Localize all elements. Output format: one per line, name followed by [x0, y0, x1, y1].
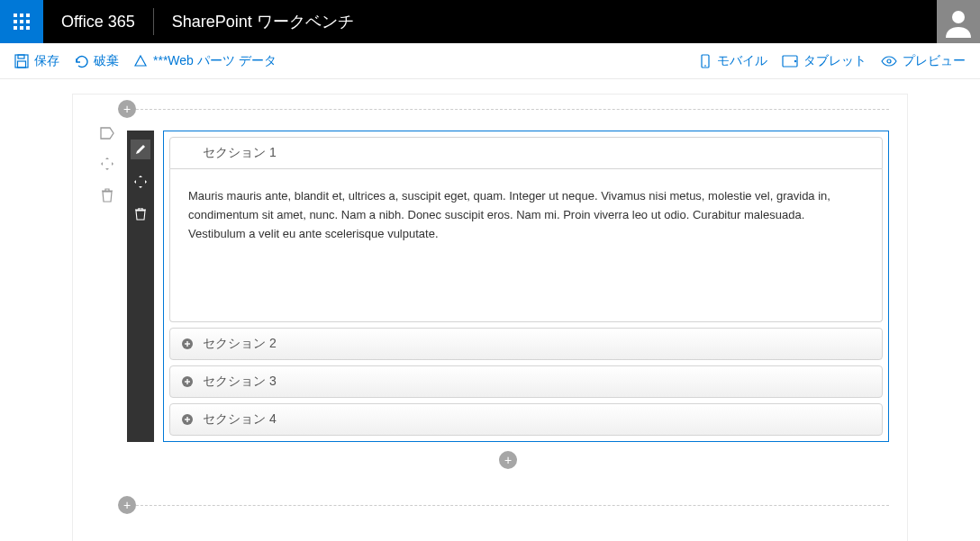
undo-icon: [74, 54, 88, 68]
minus-circle-icon: [181, 147, 194, 159]
webpart-tools: [127, 131, 154, 442]
accordion-header[interactable]: セクション 4: [169, 403, 883, 436]
plus-circle-icon: [181, 375, 194, 388]
svg-rect-0: [14, 14, 17, 17]
svg-rect-11: [18, 55, 24, 59]
person-icon: [942, 5, 975, 38]
svg-rect-12: [18, 61, 26, 68]
trash-icon: [101, 188, 113, 203]
selected-webpart: セクション 1 Mauris mauris ante, blandit et, …: [127, 131, 889, 442]
label-icon: [100, 127, 114, 140]
zone-delete-button[interactable]: [101, 188, 113, 205]
save-button[interactable]: 保存: [14, 53, 59, 69]
svg-rect-3: [14, 20, 17, 23]
svg-rect-20: [185, 152, 190, 153]
svg-rect-4: [20, 20, 23, 23]
user-avatar[interactable]: [937, 0, 980, 43]
accordion-header[interactable]: セクション 2: [169, 328, 883, 360]
accordion-title: セクション 4: [203, 411, 277, 428]
mobile-label: モバイル: [717, 53, 767, 69]
accordion-content: Mauris mauris ante, blandit et, ultrices…: [169, 169, 883, 322]
move-icon: [100, 157, 114, 171]
add-webpart-button[interactable]: +: [499, 451, 517, 469]
discard-label: 破棄: [94, 53, 119, 69]
app-name: SharePoint ワークベンチ: [154, 11, 372, 32]
zone-move-button[interactable]: [100, 157, 114, 174]
canvas-wrap: +: [0, 79, 980, 541]
wp-move-button[interactable]: [131, 172, 150, 192]
suite-header: Office 365 SharePoint ワークベンチ: [0, 0, 980, 43]
plus-circle-icon: [181, 338, 194, 350]
accordion-section-4: セクション 4: [169, 403, 883, 436]
tablet-view-button[interactable]: タブレット: [782, 53, 867, 69]
plus-circle-icon: [181, 413, 194, 426]
accordion-header[interactable]: セクション 1: [169, 137, 883, 169]
svg-rect-26: [186, 379, 187, 384]
accordion-section-1: セクション 1 Mauris mauris ante, blandit et, …: [169, 137, 883, 322]
dashed-divider: [127, 109, 889, 110]
webpart-data-label: ***Web パーツ データ: [153, 53, 277, 69]
waffle-icon: [14, 14, 30, 30]
zone-icon-button[interactable]: [100, 127, 114, 142]
accordion-section-2: セクション 2: [169, 328, 883, 360]
dashed-divider: [127, 505, 889, 506]
webpart-data-button[interactable]: ***Web パーツ データ: [133, 53, 277, 69]
svg-rect-23: [186, 341, 187, 347]
svg-rect-1: [20, 14, 23, 17]
app-launcher[interactable]: [0, 0, 43, 43]
svg-marker-13: [135, 56, 146, 66]
pencil-icon: [134, 143, 147, 156]
command-bar: 保存 破棄 ***Web パーツ データ モバイル タブレット プレビュー: [0, 43, 980, 79]
mobile-view-button[interactable]: モバイル: [699, 53, 767, 69]
svg-point-18: [887, 59, 891, 63]
canvas: +: [72, 94, 908, 541]
svg-point-17: [794, 60, 795, 61]
save-label: 保存: [34, 53, 59, 69]
add-section-mid: +: [127, 451, 889, 469]
svg-rect-6: [14, 26, 17, 30]
triangle-icon: [133, 54, 148, 68]
svg-rect-29: [186, 417, 187, 422]
accordion-header[interactable]: セクション 3: [169, 365, 883, 398]
accordion-title: セクション 3: [203, 374, 277, 390]
accordion-title: セクション 2: [203, 336, 277, 352]
tablet-icon: [782, 55, 798, 68]
add-section-bottom: +: [127, 496, 889, 514]
preview-label: プレビュー: [903, 53, 966, 69]
move-icon: [134, 176, 147, 188]
zone-tools: [96, 127, 118, 205]
tablet-label: タブレット: [803, 53, 867, 69]
svg-rect-8: [26, 26, 30, 30]
add-section-button[interactable]: +: [118, 496, 136, 514]
add-section-button[interactable]: +: [118, 100, 136, 118]
save-icon: [14, 54, 29, 68]
webpart-body: セクション 1 Mauris mauris ante, blandit et, …: [163, 131, 889, 442]
accordion-section-3: セクション 3: [169, 365, 883, 398]
svg-rect-7: [20, 26, 23, 30]
preview-button[interactable]: プレビュー: [881, 53, 966, 69]
add-section-top: +: [127, 100, 889, 118]
eye-icon: [881, 56, 897, 67]
wp-delete-button[interactable]: [131, 204, 150, 224]
discard-button[interactable]: 破棄: [74, 53, 119, 69]
accordion-title: セクション 1: [203, 145, 277, 161]
svg-rect-5: [26, 20, 30, 23]
office-title: Office 365: [43, 13, 153, 32]
wp-edit-button[interactable]: [131, 140, 150, 159]
trash-icon: [135, 208, 146, 221]
svg-point-9: [952, 11, 965, 23]
mobile-icon: [699, 54, 712, 68]
svg-rect-2: [26, 14, 30, 17]
